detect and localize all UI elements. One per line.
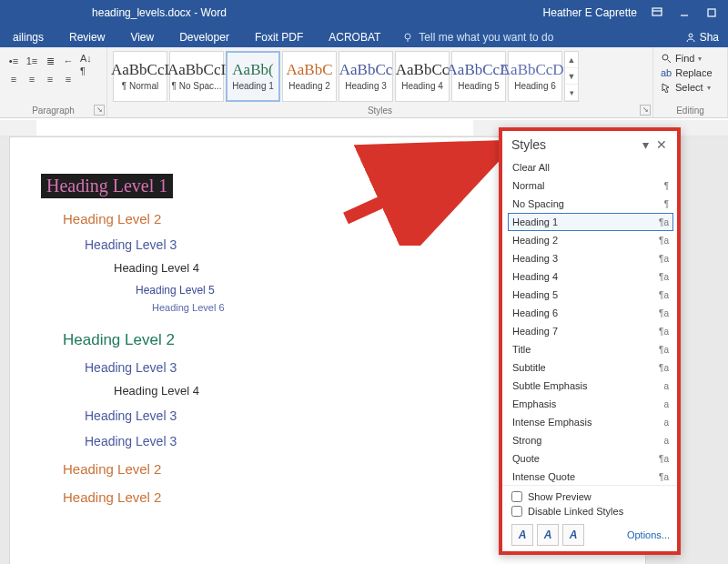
swatch-preview: AaBbCcDc — [500, 62, 571, 77]
styles-launcher-icon[interactable]: ↘ — [640, 105, 651, 116]
align-right-icon[interactable]: ≡ — [42, 71, 58, 87]
style-type-icon: ¶a — [659, 217, 669, 227]
style-item-no-spacing[interactable]: No Spacing¶ — [508, 195, 673, 213]
styles-options-link[interactable]: Options... — [627, 529, 670, 540]
style-type-icon: ¶a — [659, 308, 669, 318]
maximize-icon[interactable] — [699, 4, 724, 22]
style-item-label: Subtitle — [512, 362, 659, 373]
doc-h1[interactable]: Heading Level 1 — [41, 174, 173, 198]
tab-view[interactable]: View — [117, 27, 167, 47]
style-item-clear-all[interactable]: Clear All — [508, 158, 673, 176]
tab-developer[interactable]: Developer — [167, 27, 242, 47]
style-item-label: Heading 4 — [512, 271, 659, 282]
style-item-label: Intense Emphasis — [512, 417, 663, 428]
align-center-icon[interactable]: ≡ — [24, 71, 40, 87]
style-inspector-button[interactable]: A — [537, 524, 559, 546]
swatch-preview: AaBbCcI — [167, 62, 226, 77]
new-style-button[interactable]: A — [511, 524, 533, 546]
style-item-title[interactable]: Title¶a — [508, 340, 673, 358]
manage-styles-button[interactable]: A — [562, 524, 584, 546]
style-swatch---normal[interactable]: AaBbCcI¶ Normal — [113, 51, 167, 102]
select-button[interactable]: Select ▾ — [659, 80, 722, 95]
style-swatch-heading-6[interactable]: AaBbCcDcHeading 6 — [508, 51, 562, 102]
tab-review[interactable]: Review — [56, 27, 117, 47]
style-swatch-heading-5[interactable]: AaBbCcDHeading 5 — [451, 51, 506, 102]
style-swatch---no-spac---[interactable]: AaBbCcI¶ No Spac... — [169, 51, 224, 102]
swatch-name: Heading 5 — [458, 81, 500, 91]
swatch-name: Heading 6 — [514, 81, 556, 91]
style-item-label: Emphasis — [512, 398, 663, 409]
minimize-icon[interactable] — [672, 4, 697, 22]
style-item-intense-emphasis[interactable]: Intense Emphasisa — [508, 413, 673, 431]
replace-icon: ab — [661, 67, 672, 78]
multilevel-icon[interactable]: ≣ — [42, 53, 58, 69]
style-item-heading-1[interactable]: Heading 1¶a — [508, 213, 673, 231]
swatch-name: Heading 4 — [401, 81, 443, 91]
show-preview-checkbox[interactable]: Show Preview — [511, 489, 670, 504]
style-item-heading-3[interactable]: Heading 3¶a — [508, 249, 673, 267]
style-item-heading-7[interactable]: Heading 7¶a — [508, 322, 673, 340]
title-bar: heading_levels.docx - Word Heather E Cap… — [0, 0, 728, 25]
style-type-icon: ¶ — [664, 199, 669, 209]
style-item-normal[interactable]: Normal¶ — [508, 176, 673, 195]
style-item-label: Strong — [512, 435, 663, 446]
styles-list: Clear AllNormal¶No Spacing¶Heading 1¶aHe… — [502, 156, 677, 485]
style-type-icon: ¶a — [659, 363, 669, 373]
group-label-paragraph: Paragraph — [0, 106, 106, 116]
numbering-icon[interactable]: 1≡ — [24, 53, 40, 69]
justify-icon[interactable]: ≡ — [60, 71, 76, 87]
decrease-indent-icon[interactable]: ← — [60, 53, 76, 69]
svg-rect-3 — [708, 9, 715, 16]
style-item-label: Heading 7 — [512, 326, 659, 337]
style-item-heading-4[interactable]: Heading 4¶a — [508, 267, 673, 286]
style-item-subtitle[interactable]: Subtitle¶a — [508, 358, 673, 377]
user-name: Heather E Caprette — [318, 6, 641, 19]
style-swatch-heading-3[interactable]: AaBbCcHeading 3 — [339, 51, 393, 102]
share-button[interactable]: Sha — [676, 27, 728, 47]
style-item-label: Heading 6 — [512, 307, 659, 318]
pane-menu-icon[interactable]: ▾ — [637, 136, 653, 153]
tab-mailings[interactable]: ailings — [0, 27, 56, 47]
svg-rect-0 — [652, 8, 662, 15]
replace-button[interactable]: ab Replace — [659, 65, 722, 80]
style-type-icon: a — [663, 436, 669, 446]
style-swatch-heading-1[interactable]: AaBb(Heading 1 — [226, 51, 280, 102]
show-marks-icon[interactable]: ¶ — [80, 65, 92, 76]
gallery-more-icon[interactable]: ▾ — [565, 85, 578, 101]
gallery-up-icon[interactable]: ▲ — [565, 52, 578, 68]
ribbon-display-icon[interactable] — [644, 4, 670, 22]
style-item-heading-6[interactable]: Heading 6¶a — [508, 304, 673, 322]
close-icon[interactable]: ✕ — [653, 136, 670, 153]
style-item-label: Normal — [512, 180, 664, 191]
style-item-strong[interactable]: Stronga — [508, 431, 673, 449]
group-label-styles: Styles — [107, 106, 652, 116]
gallery-down-icon[interactable]: ▼ — [565, 68, 578, 85]
style-item-heading-5[interactable]: Heading 5¶a — [508, 286, 673, 304]
style-item-intense-quote[interactable]: Intense Quote¶a — [508, 468, 673, 485]
style-item-label: Intense Quote — [512, 471, 659, 482]
disable-linked-checkbox[interactable]: Disable Linked Styles — [511, 504, 670, 519]
style-swatch-heading-2[interactable]: AaBbCHeading 2 — [282, 51, 337, 102]
style-type-icon: a — [663, 399, 669, 409]
style-item-subtle-emphasis[interactable]: Subtle Emphasisa — [508, 377, 673, 395]
tell-me-search[interactable]: Tell me what you want to do — [393, 27, 562, 47]
style-item-quote[interactable]: Quote¶a — [508, 449, 673, 468]
document-title: heading_levels.docx - Word — [0, 6, 318, 19]
style-type-icon: ¶a — [659, 327, 669, 337]
tab-acrobat[interactable]: ACROBAT — [316, 27, 393, 47]
style-item-heading-2[interactable]: Heading 2¶a — [508, 231, 673, 249]
ribbon-group-styles: AaBbCcI¶ NormalAaBbCcI¶ No Spac...AaBb(H… — [107, 47, 653, 117]
styles-pane-title: Styles — [511, 137, 546, 152]
tab-foxit[interactable]: Foxit PDF — [242, 27, 316, 47]
style-item-label: Subtle Emphasis — [512, 380, 663, 391]
align-left-icon[interactable]: ≡ — [5, 71, 22, 87]
style-item-emphasis[interactable]: Emphasisa — [508, 395, 673, 413]
sort-icon[interactable]: A↓ — [80, 53, 92, 64]
style-type-icon: ¶a — [659, 236, 669, 246]
style-type-icon: ¶a — [659, 345, 669, 355]
style-item-label: Heading 2 — [512, 235, 659, 246]
paragraph-launcher-icon[interactable]: ↘ — [94, 105, 105, 116]
find-button[interactable]: Find ▾ — [659, 51, 722, 65]
style-swatch-heading-4[interactable]: AaBbCcHeading 4 — [395, 51, 450, 102]
bullets-icon[interactable]: •≡ — [5, 53, 22, 69]
